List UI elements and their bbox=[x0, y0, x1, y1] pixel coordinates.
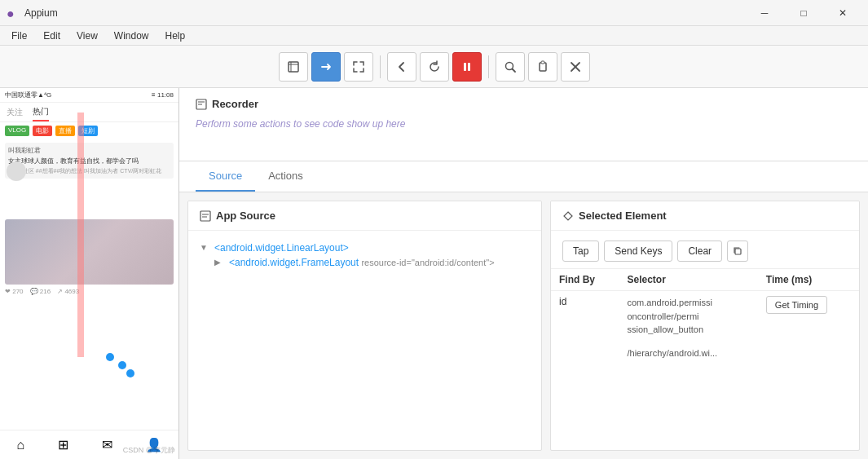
action-buttons-row: Tap Send Keys Clear bbox=[551, 231, 859, 269]
svg-line-6 bbox=[512, 68, 515, 72]
recorder-icon bbox=[196, 99, 207, 110]
badge-live: 直播 bbox=[55, 126, 75, 136]
selector-xpath-value: /hierarchy/android.wi... bbox=[619, 342, 757, 365]
menu-file[interactable]: File bbox=[3, 26, 35, 45]
content-area: Recorder Perform some actions to see cod… bbox=[179, 88, 868, 459]
toolbar bbox=[0, 46, 868, 88]
tree-expand-arrow[interactable]: ▼ bbox=[200, 243, 211, 252]
table-row-id: id com.android.permissioncontroller/perm… bbox=[551, 291, 859, 342]
content-image bbox=[5, 219, 174, 285]
toolbar-divider-2 bbox=[488, 55, 489, 78]
tree-frame-layout[interactable]: ▶ <android.widget.FrameLayout resource-i… bbox=[214, 255, 530, 270]
app-title: Appium bbox=[24, 7, 746, 19]
tab-source[interactable]: Source bbox=[196, 161, 255, 192]
tabs-bar: Source Actions bbox=[179, 161, 868, 192]
app-source-icon bbox=[200, 210, 211, 222]
tab-actions[interactable]: Actions bbox=[255, 161, 316, 192]
clear-button[interactable]: Clear bbox=[677, 241, 722, 262]
tree-tag-linear: <android.widget.LinearLayout> bbox=[214, 242, 349, 254]
selected-element-panel: Selected Element Tap Send Keys Clear bbox=[550, 201, 860, 451]
svg-rect-8 bbox=[541, 61, 544, 64]
svg-rect-4 bbox=[468, 63, 470, 71]
touch-indicator-2 bbox=[118, 361, 126, 369]
menu-view[interactable]: View bbox=[68, 26, 106, 45]
device-screen: 中国联通零▲⁴G ≡ 11:08 关注 热门 VLOG 电影 直播 短剧 bbox=[0, 88, 178, 459]
swipe-tool-button[interactable] bbox=[311, 52, 341, 82]
selection-overlay bbox=[77, 113, 84, 357]
clipboard-button[interactable] bbox=[528, 52, 557, 82]
back-button[interactable] bbox=[387, 52, 416, 82]
tree-linear-layout[interactable]: ▼ <android.widget.LinearLayout> bbox=[200, 241, 530, 255]
tab-follow[interactable]: 关注 bbox=[7, 103, 23, 121]
find-table: Find By Selector Time (ms) id com.androi… bbox=[551, 269, 859, 364]
table-row-xpath: /hierarchy/android.wi... bbox=[551, 342, 859, 365]
tree-tag-frame-container: <android.widget.FrameLayout resource-id=… bbox=[229, 257, 495, 268]
tap-button[interactable]: Tap bbox=[562, 241, 599, 262]
menu-window[interactable]: Window bbox=[106, 26, 157, 45]
touch-indicator-3 bbox=[126, 369, 134, 377]
app-icon: ● bbox=[7, 7, 20, 20]
diamond-icon bbox=[562, 210, 574, 222]
nav-msg[interactable]: ✉ bbox=[102, 437, 112, 452]
tree-root: ▼ <android.widget.LinearLayout> ▶ <andro… bbox=[200, 239, 530, 271]
maximize-button[interactable]: □ bbox=[785, 0, 822, 26]
app-source-title: App Source bbox=[216, 210, 275, 222]
content-card-1: 叫我彩虹君 bbox=[8, 146, 170, 155]
device-panel: 中国联通零▲⁴G ≡ 11:08 关注 热门 VLOG 电影 直播 短剧 bbox=[0, 88, 179, 459]
tree-attr-resource: resource-id="android:id/content"> bbox=[361, 258, 494, 267]
toolbar-divider-1 bbox=[380, 55, 381, 78]
nav-profile[interactable]: 👤 bbox=[146, 437, 162, 452]
app-source-panel: App Source ▼ <android.widget.LinearLayou… bbox=[187, 201, 542, 451]
find-by-id: id bbox=[551, 291, 619, 342]
badge-movie: 电影 bbox=[33, 126, 52, 136]
search-button[interactable] bbox=[496, 52, 525, 82]
selected-element-title: Selected Element bbox=[579, 210, 667, 222]
select-tool-button[interactable] bbox=[279, 52, 308, 82]
recorder-section: Recorder Perform some actions to see cod… bbox=[179, 88, 868, 161]
timing-cell-id: Get Timing bbox=[758, 291, 859, 342]
fullscreen-button[interactable] bbox=[344, 52, 373, 82]
minimize-button[interactable]: ─ bbox=[746, 0, 783, 26]
recorder-placeholder: Perform some actions to see code show up… bbox=[196, 118, 852, 130]
svg-rect-17 bbox=[735, 249, 741, 254]
nav-search[interactable]: ⊞ bbox=[58, 437, 68, 452]
badge-vlog: VLOG bbox=[5, 126, 29, 136]
svg-rect-0 bbox=[289, 62, 298, 72]
tree-tag-frame: <android.widget.FrameLayout bbox=[229, 257, 359, 268]
pause-button[interactable] bbox=[452, 52, 482, 82]
tree-children: ▶ <android.widget.FrameLayout resource-i… bbox=[214, 255, 530, 270]
copy-element-button[interactable] bbox=[727, 241, 748, 262]
recorder-title: Recorder bbox=[196, 98, 852, 110]
app-source-tree: ▼ <android.widget.LinearLayout> ▶ <andro… bbox=[188, 231, 541, 450]
selector-id-value: com.android.permissioncontroller/permiss… bbox=[619, 291, 757, 342]
col-time: Time (ms) bbox=[758, 269, 859, 291]
send-keys-button[interactable]: Send Keys bbox=[604, 241, 672, 262]
find-by-section: Find By Selector Time (ms) id com.androi… bbox=[551, 269, 859, 450]
app-source-header: App Source bbox=[188, 201, 541, 231]
tab-hot[interactable]: 热门 bbox=[33, 103, 49, 121]
timing-cell-xpath bbox=[758, 342, 859, 365]
status-bar-right: ≡ 11:08 bbox=[152, 91, 174, 99]
status-bar-left: 中国联通零▲⁴G bbox=[5, 90, 51, 99]
bottom-panels: App Source ▼ <android.widget.LinearLayou… bbox=[179, 192, 868, 459]
stats-row: ❤ 270💬 216↗ 4693 bbox=[5, 288, 174, 295]
nav-home[interactable]: ⌂ bbox=[16, 438, 24, 452]
tree-expand-arrow-child[interactable]: ▶ bbox=[214, 258, 226, 267]
title-bar: ● Appium ─ □ ✕ bbox=[0, 0, 868, 26]
find-by-xpath bbox=[551, 342, 619, 365]
menu-edit[interactable]: Edit bbox=[35, 26, 68, 45]
refresh-button[interactable] bbox=[420, 52, 449, 82]
window-controls: ─ □ ✕ bbox=[746, 0, 861, 26]
content-tags-1: #国漫社区 ##想看##我的想法 叫我加油为者 CTV/两对彩虹花 bbox=[8, 167, 170, 175]
close-session-button[interactable] bbox=[561, 52, 590, 82]
get-timing-button-id[interactable]: Get Timing bbox=[766, 296, 827, 314]
touch-indicator-1 bbox=[106, 353, 114, 361]
svg-rect-14 bbox=[200, 211, 210, 221]
menu-bar: File Edit View Window Help bbox=[0, 26, 868, 46]
selected-element-header: Selected Element bbox=[551, 201, 859, 231]
col-find-by: Find By bbox=[551, 269, 619, 291]
menu-help[interactable]: Help bbox=[157, 26, 194, 45]
main-layout: 中国联通零▲⁴G ≡ 11:08 关注 热门 VLOG 电影 直播 短剧 bbox=[0, 88, 868, 459]
close-button[interactable]: ✕ bbox=[824, 0, 861, 26]
svg-rect-3 bbox=[464, 63, 466, 71]
